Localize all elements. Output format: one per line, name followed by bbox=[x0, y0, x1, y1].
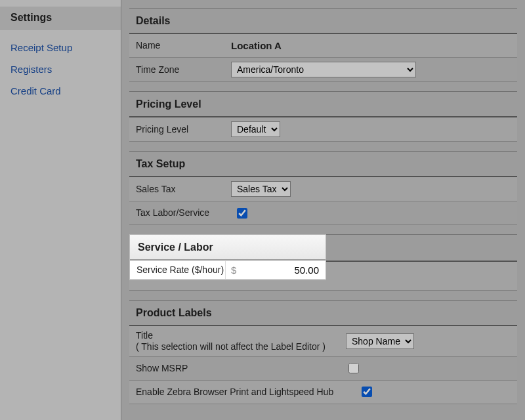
sidebar-links: Receipt Setup Registers Credit Card bbox=[0, 30, 121, 102]
row-show-msrp: Show MSRP bbox=[129, 357, 517, 381]
section-product-labels-header: Product Labels bbox=[129, 301, 517, 326]
row-pricing-level: Pricing Level Default bbox=[129, 117, 517, 142]
row-tax-labor: Tax Labor/Service bbox=[129, 201, 517, 225]
select-sales-tax[interactable]: Sales Tax bbox=[231, 181, 291, 197]
checkbox-enable-zebra[interactable] bbox=[362, 387, 372, 397]
checkbox-tax-labor[interactable] bbox=[237, 208, 247, 219]
label-name: Name bbox=[136, 40, 231, 51]
section-details-header: Details bbox=[129, 9, 517, 34]
row-sales-tax: Sales Tax Sales Tax bbox=[129, 177, 517, 201]
section-details: Details Name Location A Time Zone Americ… bbox=[129, 8, 517, 82]
row-service-rate: Service Rate ($/hour) $ bbox=[130, 261, 326, 280]
sidebar: Settings Receipt Setup Registers Credit … bbox=[0, 0, 121, 420]
section-service-wrapper: Service / Labor Service Rate ($/hour) $ bbox=[129, 234, 517, 291]
sidebar-item-credit-card[interactable]: Credit Card bbox=[0, 80, 121, 102]
main-panel: Details Name Location A Time Zone Americ… bbox=[121, 0, 525, 420]
section-pricing: Pricing Level Pricing Level Default bbox=[129, 91, 517, 142]
row-enable-zebra: Enable Zebra Browser Print and Lightspee… bbox=[129, 381, 517, 404]
section-pricing-header: Pricing Level bbox=[129, 92, 517, 117]
sidebar-title: Settings bbox=[10, 12, 52, 23]
section-tax: Tax Setup Sales Tax Sales Tax Tax Labor/… bbox=[129, 151, 517, 225]
label-tax-labor: Tax Labor/Service bbox=[136, 207, 234, 219]
section-service-highlight: Service / Labor Service Rate ($/hour) $ bbox=[129, 234, 326, 280]
row-time-zone: Time Zone America/Toronto bbox=[129, 58, 517, 82]
section-service-header: Service / Labor bbox=[130, 235, 326, 261]
label-service-rate: Service Rate ($/hour) bbox=[130, 261, 225, 279]
row-name: Name Location A bbox=[129, 34, 517, 58]
label-show-msrp: Show MSRP bbox=[136, 363, 346, 374]
label-enable-zebra: Enable Zebra Browser Print and Lightspee… bbox=[136, 387, 359, 398]
row-title: Title ( This selection will not affect t… bbox=[129, 326, 517, 357]
select-pricing-level[interactable]: Default bbox=[231, 121, 280, 137]
label-title: Title bbox=[136, 330, 346, 341]
label-sales-tax: Sales Tax bbox=[136, 184, 231, 195]
section-product-labels: Product Labels Title ( This selection wi… bbox=[129, 300, 517, 404]
select-title[interactable]: Shop Name bbox=[346, 333, 414, 349]
sidebar-title-row: Settings bbox=[0, 7, 121, 30]
label-time-zone: Time Zone bbox=[136, 64, 231, 75]
section-tax-header: Tax Setup bbox=[129, 152, 517, 177]
currency-symbol: $ bbox=[231, 264, 239, 276]
input-service-rate[interactable] bbox=[239, 264, 320, 276]
value-name: Location A bbox=[231, 40, 282, 51]
sidebar-item-registers[interactable]: Registers bbox=[0, 58, 121, 80]
sidebar-item-receipt-setup[interactable]: Receipt Setup bbox=[0, 37, 121, 58]
label-pricing-level: Pricing Level bbox=[136, 124, 231, 135]
checkbox-show-msrp[interactable] bbox=[348, 363, 359, 373]
select-time-zone[interactable]: America/Toronto bbox=[231, 62, 416, 77]
label-title-note: ( This selection will not affect the Lab… bbox=[136, 341, 346, 352]
